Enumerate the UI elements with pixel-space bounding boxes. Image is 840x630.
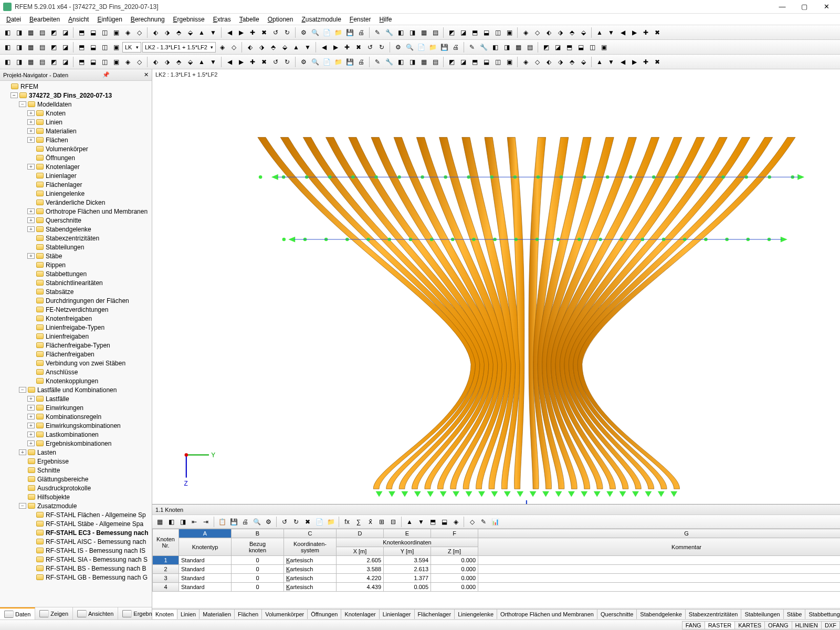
toolbar-button[interactable]: 🔍 [310,57,320,67]
tree-expand-icon[interactable]: + [27,217,35,223]
tree-item[interactable]: −Lastfälle und Kombinationen [0,385,152,394]
toolbar-button[interactable]: ▤ [524,42,535,52]
tree-item[interactable]: RF-STAHL GB - Bemessung nach G [0,573,152,582]
status-ofang[interactable]: OFANG [764,621,792,629]
tree-expand-icon[interactable]: − [19,101,26,107]
toolbar-button[interactable]: ▶ [236,27,246,38]
toolbar-button[interactable]: ⬒ [76,57,87,67]
toolbar-button[interactable]: 🔧 [384,27,394,38]
toolbar-button[interactable]: ◫ [99,42,110,52]
tree-item[interactable]: Linienfreigaben [0,332,152,341]
toolbar-button[interactable]: ◪ [60,27,70,38]
toolbar-button[interactable]: ▲ [196,57,207,67]
tree-item[interactable]: −374272_3D Fins_2020-07-13 [0,91,152,100]
toolbar-button[interactable]: 📁 [427,42,438,52]
data-tab[interactable]: Flächenlager [414,609,455,619]
toolbar-button[interactable]: 💾 [344,27,355,38]
toolbar-button[interactable]: 🖨 [356,57,366,67]
tree-expand-icon[interactable]: + [27,440,35,446]
toolbar-button[interactable]: ⬘ [566,27,577,38]
toolbar-button[interactable]: ✖ [353,42,364,52]
tree-item[interactable]: +Flächen [0,135,152,144]
toolbar-button[interactable]: ◩ [48,42,59,52]
tree-item[interactable]: Anschlüsse [0,368,152,376]
toolbar-button[interactable]: ◀ [617,57,628,67]
navigator-close-icon[interactable]: ✕ [144,71,149,78]
data-toolbar-button[interactable]: ∑ [353,517,364,527]
toolbar-button[interactable]: ◩ [446,27,457,38]
table-row[interactable]: 4Standard0Kartesisch4.4390.0050.000 [153,583,841,592]
toolbar-button[interactable]: ✎ [467,42,477,52]
tree-item[interactable]: Stabbettungen [0,269,152,278]
toolbar-button[interactable]: ⬘ [173,27,184,38]
toolbar-button[interactable]: ✚ [247,57,258,67]
toolbar-button[interactable]: ◩ [541,42,551,52]
tree-item[interactable]: FE-Netzverdichtungen [0,305,152,314]
tree-item[interactable]: Stabnichtlinearitäten [0,278,152,287]
toolbar-button[interactable]: ⬓ [481,57,491,67]
data-toolbar-button[interactable]: ⚙ [263,517,274,527]
tree-item[interactable]: Linienlager [0,171,152,180]
data-tab[interactable]: Knoten [152,609,177,619]
nav-tab-daten[interactable]: Daten [0,607,35,620]
toolbar-button[interactable]: ▣ [111,42,121,52]
toolbar-button[interactable]: 📄 [321,57,332,67]
toolbar-button[interactable]: ✚ [247,27,258,38]
data-toolbar-button[interactable]: 📁 [326,517,336,527]
tree-item[interactable]: RF-STAHL SIA - Bemessung nach S [0,555,152,564]
toolbar-button[interactable]: ◈ [520,57,531,67]
toolbar-button[interactable]: ⬘ [268,42,278,52]
toolbar-button[interactable]: ▼ [606,57,616,67]
tree-expand-icon[interactable]: − [19,387,26,393]
tree-expand-icon[interactable]: + [27,226,35,232]
data-tab[interactable]: Linien [177,609,200,619]
table-row[interactable]: 1Standard0Kartesisch2.6053.5940.000 [153,556,841,565]
toolbar-button[interactable]: ⬓ [88,57,98,67]
data-toolbar-button[interactable]: ✖ [302,517,313,527]
tree-item[interactable]: +Stäbe [0,251,152,260]
tree-expand-icon[interactable]: + [27,432,35,437]
toolbar-button[interactable]: ▤ [430,27,440,38]
toolbar-button[interactable]: ⚙ [298,27,309,38]
tree-item[interactable]: +Linien [0,118,152,127]
tree-expand-icon[interactable]: + [27,128,35,134]
tree-item[interactable]: Durchdringungen der Flächen [0,296,152,305]
tree-item[interactable]: −Modelldaten [0,100,152,109]
tree-item[interactable]: Liniengelenke [0,189,152,198]
tree-item[interactable]: +Kombinationsregeln [0,412,152,421]
data-tab[interactable]: Stabendgelenke [636,609,686,619]
toolbar-button[interactable]: ▣ [504,27,514,38]
toolbar-button[interactable]: ◨ [501,42,512,52]
toolbar-button[interactable]: ⬙ [578,27,589,38]
menu-hilfe[interactable]: Hilfe [375,15,396,24]
toolbar-button[interactable]: ◧ [395,27,406,38]
menu-bearbeiten[interactable]: Bearbeiten [25,15,64,24]
tree-item[interactable]: RF-STAHL Stäbe - Allgemeine Spa [0,519,152,528]
close-button[interactable]: ✕ [816,1,837,13]
toolbar-button[interactable]: ▲ [196,27,207,38]
table-row[interactable]: 3Standard0Kartesisch4.2201.3770.000 [153,574,841,583]
tree-item[interactable]: +Materialien [0,127,152,135]
data-toolbar-button[interactable]: fx [342,517,352,527]
toolbar-button[interactable]: ▣ [111,27,121,38]
toolbar-button[interactable]: ⬓ [88,42,98,52]
menu-tabelle[interactable]: Tabelle [235,15,264,24]
tree-item[interactable]: +Lastfälle [0,394,152,403]
data-toolbar-button[interactable]: x̄ [365,517,375,527]
tree-item[interactable]: Volumenkörper [0,144,152,153]
toolbar-button[interactable]: ⬗ [555,27,565,38]
toolbar-button[interactable]: ◀ [319,42,329,52]
tree-expand-icon[interactable]: + [27,423,35,428]
toolbar-button[interactable]: ⬖ [543,27,554,38]
toolbar-button[interactable]: ⬒ [469,57,480,67]
toolbar-button[interactable]: ◈ [122,57,133,67]
data-tab[interactable]: Liniengelenke [454,609,497,619]
toolbar-button[interactable]: ◩ [48,27,59,38]
toolbar-button[interactable]: ◇ [228,42,239,52]
toolbar-button[interactable]: 🖨 [356,27,366,38]
toolbar-button[interactable]: ⬓ [481,27,491,38]
toolbar-button[interactable]: ▦ [418,27,429,38]
toolbar-button[interactable]: ◧ [2,42,13,52]
data-tab[interactable]: Knotenlager [341,609,379,619]
tree-item[interactable]: Rippen [0,260,152,269]
